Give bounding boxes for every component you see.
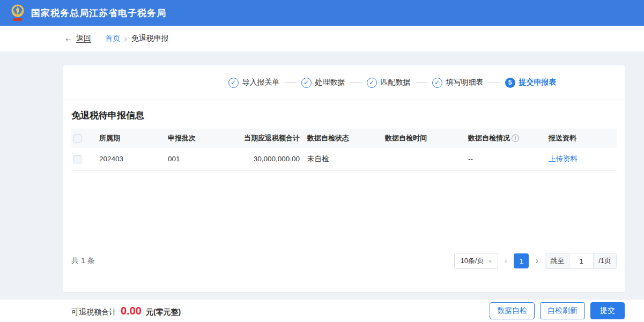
chevron-down-icon: ∨ — [488, 259, 492, 264]
step-progress: ✓ 导入报关单 ✓ 处理数据 ✓ 匹配数据 ✓ 填写明细表 5 提交申报表 — [63, 65, 625, 100]
column-submit-material: 报送资料 — [546, 129, 617, 148]
subnav-bar: ← 返回 首页 › 免退税申报 — [0, 26, 644, 51]
row-checkbox[interactable] — [73, 155, 82, 163]
back-label: 返回 — [76, 34, 91, 43]
page-size-select[interactable]: 10条/页 ∨ — [454, 253, 498, 269]
breadcrumb-current: 免退税申报 — [131, 34, 169, 43]
step-match-data: ✓ 匹配数据 — [367, 78, 411, 88]
step-label: 处理数据 — [315, 78, 345, 87]
cell-period: 202403 — [97, 148, 166, 170]
step-connector — [416, 83, 427, 83]
refund-total-label: 可退税额合计 — [71, 308, 116, 317]
step-label: 提交申报表 — [519, 78, 557, 87]
submit-button[interactable]: 提交 — [590, 302, 625, 319]
step-number-icon: 5 — [505, 78, 515, 88]
next-page-button[interactable]: › — [534, 256, 539, 266]
check-circle-icon: ✓ — [228, 78, 239, 88]
data-self-check-button[interactable]: 数据自检 — [490, 302, 535, 319]
cell-refund-amount: 30,000,000.00 — [242, 148, 305, 170]
step-connector — [285, 83, 297, 83]
column-check-time: 数据自检时间 — [383, 129, 466, 148]
app-header: 国家税务总局江苏省电子税务局 — [0, 0, 644, 26]
prev-page-button[interactable]: ‹ — [504, 256, 509, 266]
footer-action-bar: 可退税额合计 0.00 元(零元整) 数据自检 自检刷新 提交 — [0, 299, 644, 322]
main-area: ✓ 导入报关单 ✓ 处理数据 ✓ 匹配数据 ✓ 填写明细表 5 提交申报表 — [0, 51, 644, 292]
refund-total-unit: 元(零元整) — [146, 308, 181, 317]
column-check-status: 数据自检状态 — [305, 129, 383, 148]
refund-total-amount: 0.00 — [121, 305, 142, 317]
column-batch: 申报批次 — [166, 129, 242, 148]
table-header-row: 所属期 申报批次 当期应退税额合计 数据自检状态 数据自检时间 数据自检情况 i… — [71, 129, 617, 148]
step-label: 填写明细表 — [446, 78, 484, 87]
check-circle-icon: ✓ — [301, 78, 312, 88]
footer-buttons: 数据自检 自检刷新 提交 — [490, 302, 625, 319]
column-refund-amount: 当期应退税额合计 — [242, 129, 305, 148]
page-number-button[interactable]: 1 — [514, 253, 529, 268]
check-circle-icon: ✓ — [367, 78, 377, 88]
cell-check-result: -- — [466, 148, 546, 170]
declaration-card: ✓ 导入报关单 ✓ 处理数据 ✓ 匹配数据 ✓ 填写明细表 5 提交申报表 — [63, 65, 625, 292]
total-count-text: 共 1 条 — [71, 256, 95, 266]
info-icon[interactable]: i — [512, 134, 519, 142]
page-size-value: 10条/页 — [460, 256, 484, 266]
breadcrumb-separator-icon: › — [124, 34, 127, 43]
cell-batch: 001 — [166, 148, 242, 170]
upload-material-link[interactable]: 上传资料 — [549, 155, 578, 163]
app-title: 国家税务总局江苏省电子税务局 — [31, 7, 166, 19]
jump-page-input[interactable] — [569, 253, 594, 269]
pending-declaration-table: 所属期 申报批次 当期应退税额合计 数据自检状态 数据自检时间 数据自检情况 i… — [71, 129, 617, 171]
cell-check-status: 未自检 — [305, 148, 383, 170]
jump-label: 跳至 — [545, 256, 569, 266]
back-button[interactable]: ← 返回 — [64, 34, 91, 43]
check-circle-icon: ✓ — [432, 78, 442, 88]
refund-total-summary: 可退税额合计 0.00 元(零元整) — [71, 305, 181, 317]
jump-to-page-group: 跳至 /1页 — [545, 253, 617, 269]
pagination-bar: 共 1 条 10条/页 ∨ ‹ 1 › 跳至 /1页 — [71, 253, 617, 269]
column-check-result: 数据自检情况 — [468, 133, 510, 143]
step-label: 导入报关单 — [242, 78, 280, 87]
step-connector — [350, 83, 362, 83]
column-period: 所属期 — [97, 129, 166, 148]
breadcrumb-home-link[interactable]: 首页 — [105, 34, 120, 43]
cell-check-time — [383, 148, 466, 170]
step-submit-declaration: 5 提交申报表 — [505, 78, 557, 88]
self-check-refresh-button[interactable]: 自检刷新 — [540, 302, 585, 319]
back-arrow-icon: ← — [64, 34, 73, 43]
step-import-declaration: ✓ 导入报关单 — [228, 78, 280, 88]
tax-bureau-emblem-icon — [10, 4, 26, 22]
select-all-checkbox[interactable] — [73, 134, 82, 143]
section-title: 免退税待申报信息 — [71, 109, 617, 122]
total-pages-text: /1页 — [594, 256, 616, 266]
step-process-data: ✓ 处理数据 — [301, 78, 345, 88]
step-connector — [488, 83, 500, 83]
pagination-controls: 10条/页 ∨ ‹ 1 › 跳至 /1页 — [454, 253, 617, 269]
step-fill-detail-form: ✓ 填写明细表 — [432, 78, 484, 88]
table-row: 202403 001 30,000,000.00 未自检 -- 上传资料 — [71, 148, 617, 170]
breadcrumb: 首页 › 免退税申报 — [105, 34, 169, 43]
step-label: 匹配数据 — [381, 78, 411, 87]
